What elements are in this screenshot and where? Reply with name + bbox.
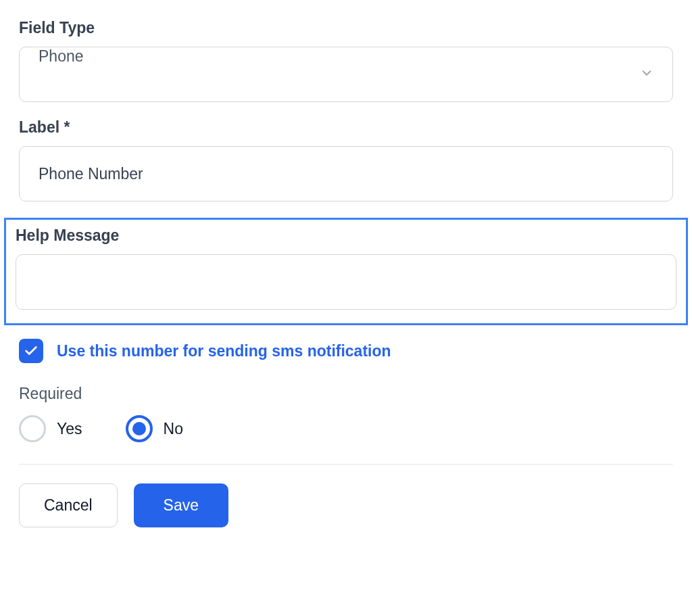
- radio-unchecked-icon: [19, 415, 46, 442]
- label-field-group: Label *: [19, 118, 673, 202]
- required-label: Required: [19, 385, 673, 403]
- sms-checkbox-label: Use this number for sending sms notifica…: [57, 342, 391, 360]
- required-radio-no[interactable]: No: [126, 415, 183, 442]
- label-field-label: Label *: [19, 118, 673, 137]
- required-radio-group: Yes No: [19, 415, 673, 442]
- sms-checkbox-row: Use this number for sending sms notifica…: [19, 339, 673, 363]
- help-message-label: Help Message: [16, 227, 676, 245]
- required-section: Required Yes No: [19, 385, 673, 442]
- radio-checked-icon: [126, 415, 153, 442]
- required-radio-yes[interactable]: Yes: [19, 415, 82, 442]
- help-message-input[interactable]: [16, 254, 676, 310]
- radio-yes-label: Yes: [57, 420, 82, 438]
- radio-no-label: No: [164, 420, 183, 438]
- sms-checkbox[interactable]: [19, 339, 43, 363]
- field-type-select-wrapper: Phone: [19, 47, 673, 102]
- label-input[interactable]: [19, 146, 673, 202]
- help-message-highlighted: Help Message: [4, 218, 688, 325]
- button-row: Cancel Save: [19, 483, 673, 527]
- save-button[interactable]: Save: [134, 483, 228, 527]
- radio-inner-dot: [132, 422, 146, 435]
- field-type-label: Field Type: [19, 19, 673, 37]
- check-icon: [24, 343, 39, 358]
- divider: [19, 464, 673, 465]
- cancel-button[interactable]: Cancel: [19, 483, 118, 527]
- field-type-select[interactable]: Phone: [19, 47, 673, 102]
- field-type-group: Field Type Phone: [19, 19, 673, 102]
